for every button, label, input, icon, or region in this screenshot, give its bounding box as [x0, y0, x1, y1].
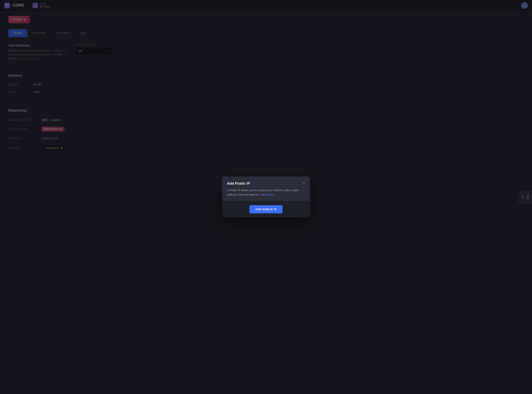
modal-header: Add Public IP × [227, 181, 305, 186]
modal-overlay[interactable]: Add Public IP × A Public IP allows you t… [0, 0, 532, 394]
modal-close-button[interactable]: × [303, 181, 305, 185]
modal-learn-more-link[interactable]: Learn more. [260, 193, 274, 196]
add-public-ip-button[interactable]: ADD PUBLIC IP [250, 205, 283, 213]
modal-top: Add Public IP × A Public IP allows you t… [222, 176, 310, 201]
modal-bottom: ADD PUBLIC IP [222, 201, 310, 218]
modal-description: A Public IP allows you to access your ma… [227, 188, 305, 197]
add-public-ip-modal: Add Public IP × A Public IP allows you t… [222, 176, 310, 218]
modal-title: Add Public IP [227, 181, 250, 186]
